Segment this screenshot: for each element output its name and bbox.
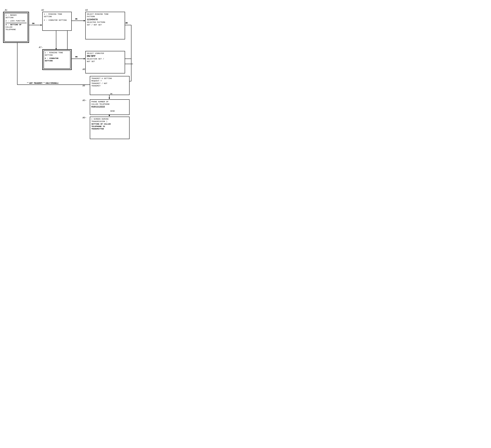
svg-marker-11 (109, 115, 110, 116)
box-a1: 1 : MEMORY SETTING 2 : LOCK FUNCTION 3 :… (3, 12, 29, 43)
box-a7-inner: 1 : RINGING TONE SETTING 2 : VIBRATOR SE… (44, 50, 70, 69)
a4-line1: TRANSMIT A SETTING (91, 77, 128, 80)
a4-line2: REQUEST ? (91, 80, 128, 82)
ok-arrow-5: OK (76, 56, 78, 58)
a1-line3: 2 : LOCK FUNCTION (6, 20, 27, 22)
send-arrow: SEND (110, 110, 115, 112)
a1-line1: 1 : MEMORY (6, 14, 27, 16)
box-a4: TRANSMIT A SETTING REQUEST ? TRANSMIT / … (90, 76, 130, 95)
a6-line4: TELEPHONE IS (91, 125, 128, 128)
a2-line3: 2 : VIBRATOR SETTING (44, 19, 70, 21)
svg-marker-1 (41, 24, 42, 26)
a4-line3: TRANSMIT / NOT (91, 82, 128, 85)
ok-arrow-3: OK (126, 22, 128, 24)
a5-line1: PHONE NUMBER OF (91, 101, 128, 103)
box-a8: SELECT VIBRATER ON/OFF SELECTION SET / N… (85, 51, 125, 73)
a8-line3: SELECTION SET / (87, 58, 123, 60)
a3-line5: SET / NOT SET (87, 24, 123, 26)
label-a7: A7~ (39, 46, 43, 49)
a3-line3: 12345678 (87, 18, 123, 21)
box-a7-content: 1 : RINGING TONE SETTING 2 : VIBRATOR SE… (44, 51, 70, 63)
flowchart-diagram: OK OK OK OK SEND OK " NOT TRANSMIT " AND… (0, 0, 155, 142)
a8-line1: SELECT VIBRATER (87, 52, 123, 55)
a7-line2: SETTING (45, 54, 69, 56)
a6-line3: SETTING OF CALLED (91, 123, 128, 125)
label-a3: A3 (85, 9, 88, 11)
a2-line2: SETTING (44, 15, 70, 18)
a5-line2: CALLED TELEPHONE (91, 103, 128, 105)
ok-arrow-4: OK (110, 93, 113, 95)
a1-line6: TELEPHONE (6, 28, 27, 31)
box-a5: PHONE NUMBER OF CALLED TELEPHONE 0101112… (90, 99, 130, 115)
svg-marker-15 (84, 58, 85, 59)
label-a5: A5~ (83, 99, 86, 102)
a1-line5: CALLED (6, 26, 27, 28)
a7-line1: 1 : RINGING TONE (45, 51, 69, 54)
a4-line4: TRANSMIT (91, 85, 128, 87)
not-transmit-text: " NOT TRANSMIT " AND STORAGE (28, 82, 57, 84)
a1-line2: SETTING (6, 16, 27, 19)
label-a1: A1 (5, 9, 7, 11)
label-a8: A8 (83, 68, 85, 71)
svg-marker-9 (109, 98, 110, 99)
box-a2: 1 : RINGING TONE SETTING 2 : VIBRATOR SE… (42, 12, 72, 31)
a8-line2: ON/OFF (87, 55, 123, 58)
a2-line1: 1 : RINGING TONE (44, 13, 70, 15)
box-a7: 1 : RINGING TONE SETTING 2 : VIBRATOR SE… (42, 49, 72, 70)
svg-marker-3 (84, 20, 85, 21)
a7-line3: 2 : VIBRATOR (45, 57, 69, 60)
box-a3: SELECT RINGING TONE PATTERN 12345678 SEL… (85, 12, 125, 39)
box-a1-inner: 1 : MEMORY SETTING 2 : LOCK FUNCTION 3 :… (4, 13, 28, 42)
a3-line1: SELECT RINGING TONE (87, 13, 123, 15)
ok-arrow-1: OK (32, 22, 35, 25)
label-a6: A6~ (83, 117, 86, 119)
box-a1-content: 1 : MEMORY SETTING 2 : LOCK FUNCTION 3 :… (5, 13, 28, 32)
a6-line2: TRANSMISSION ) (91, 120, 128, 123)
a6-line1: ( SCREEN DURING (91, 118, 128, 120)
a1-line4: 3 : SETTING OF (6, 23, 27, 26)
a5-line3: 0101112222 (91, 105, 128, 108)
label-a4: A4 (83, 85, 85, 87)
a7-line4: SETTING (45, 60, 69, 62)
label-a2: A2 (41, 9, 44, 11)
a8-line4: NOT SET (87, 60, 123, 63)
ok-arrow-2: OK (75, 18, 77, 20)
a3-line4: SELECTED PATTERN (87, 21, 123, 23)
a6-line5: TRANSMITTED (91, 128, 128, 130)
box-a6: ( SCREEN DURING TRANSMISSION ) SETTING O… (90, 117, 130, 139)
a3-line2: PATTERN (87, 15, 123, 18)
